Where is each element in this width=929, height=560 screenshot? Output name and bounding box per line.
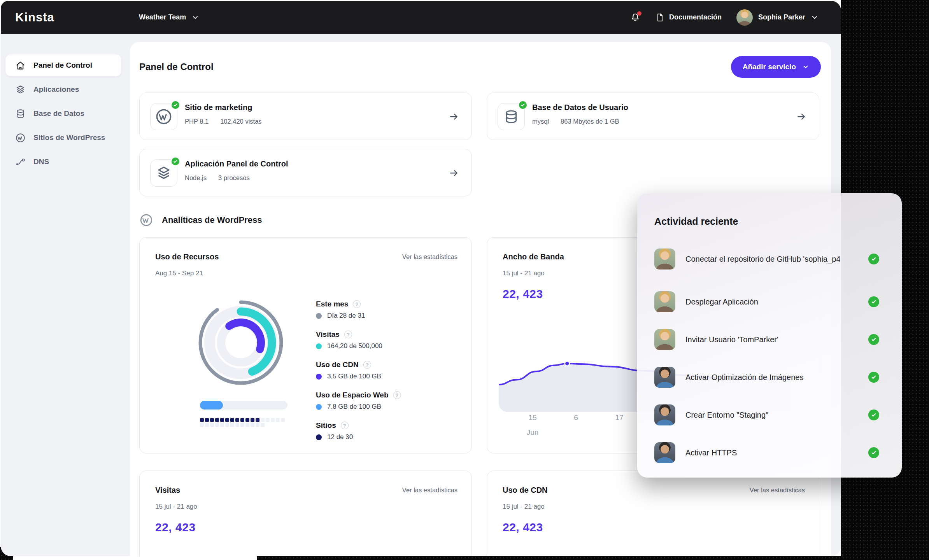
avatar — [654, 329, 675, 350]
site-slot — [261, 423, 265, 427]
legend-dot — [316, 434, 322, 440]
activity-item[interactable]: Activar HTTPS — [654, 439, 886, 467]
activity-label: Activar HTTPS — [685, 447, 737, 458]
activity-item[interactable]: Crear Entorno "Staging" — [654, 401, 886, 429]
user-avatar — [736, 9, 753, 26]
legend-dot — [316, 343, 322, 349]
help-icon[interactable]: ? — [353, 300, 361, 308]
date-range: 15 jul - 21 ago — [503, 503, 545, 511]
team-switcher[interactable]: Weather Team — [139, 13, 199, 21]
status-ok-badge — [171, 100, 180, 110]
arrow-right-icon[interactable] — [449, 112, 459, 123]
site-slot — [220, 418, 224, 422]
x-tick-label: 15 — [528, 413, 536, 422]
recent-activity-title: Actividad reciente — [654, 216, 738, 227]
check-icon — [868, 372, 879, 383]
add-service-label: Añadir servicio — [743, 63, 796, 71]
avatar — [654, 442, 675, 463]
database-icon — [15, 108, 26, 119]
activity-item[interactable]: Activar Optimización de Imágenes — [654, 363, 886, 391]
activity-item[interactable]: Invitar Usuario 'TomParker' — [654, 326, 886, 354]
site-slot — [235, 418, 239, 422]
cdn-card: Uso de CDN Ver las estadísticas 15 jul -… — [487, 471, 819, 556]
service-meta-runtime: mysql — [532, 118, 549, 125]
cdn-total: 22, 423 — [503, 521, 543, 534]
help-icon[interactable]: ? — [363, 361, 371, 369]
service-icon-tile — [150, 103, 177, 130]
service-meta-stat: 102,420 vistas — [220, 118, 261, 125]
check-icon — [868, 334, 879, 345]
sidebar-item-panel-de-control[interactable]: Panel de Control — [5, 54, 121, 76]
date-range: 15 jul - 21 ago — [503, 270, 545, 277]
notifications-button[interactable] — [630, 12, 640, 23]
layers-icon — [15, 84, 26, 95]
activity-label: Activar Optimización de Imágenes — [685, 372, 803, 383]
topbar: Kinsta Weather Team Documentación — [1, 1, 841, 34]
site-slot — [240, 423, 244, 427]
avatar — [654, 404, 675, 425]
site-slot — [251, 423, 254, 427]
sidebar-item-base-de-datos[interactable]: Base de Datos — [5, 103, 121, 124]
layers-icon — [156, 165, 172, 181]
view-stats-link[interactable]: Ver las estadísticas — [750, 486, 805, 494]
home-icon — [15, 60, 26, 71]
help-icon[interactable]: ? — [344, 331, 352, 338]
avatar — [654, 291, 675, 312]
card-title: Ancho de Banda — [503, 252, 564, 261]
check-icon — [868, 410, 879, 420]
site-slot — [215, 423, 219, 427]
sites-usage-squares — [200, 418, 287, 427]
view-stats-link[interactable]: Ver las estadísticas — [402, 253, 457, 261]
date-range: 15 jul - 21 ago — [155, 503, 197, 511]
site-slot — [225, 418, 229, 422]
kinsta-logo: Kinsta — [15, 10, 54, 24]
activity-label: Invitar Usuario 'TomParker' — [685, 334, 778, 345]
sidebar-item-aplicaciones[interactable]: Aplicaciones — [5, 79, 121, 100]
site-slot — [215, 418, 219, 422]
arrow-right-icon[interactable] — [796, 112, 806, 123]
legend-value: Día 28 de 31 — [327, 312, 365, 320]
activity-label: Conectar el repositorio de GitHub 'sophi… — [685, 254, 841, 265]
activity-label: Desplegar Aplicación — [685, 296, 758, 308]
legend-title: Visitas — [316, 330, 340, 339]
x-tick-label: 17 — [615, 413, 623, 422]
site-slot — [200, 418, 204, 422]
add-service-button[interactable]: Añadir servicio — [731, 56, 821, 78]
service-card-dashboard-app[interactable]: Aplicación Panel de Control Node.js 3 pr… — [139, 149, 472, 196]
legend-title: Uso de CDN — [316, 360, 359, 369]
site-slot — [261, 418, 265, 422]
sidebar-item-sitios-de-wordpress[interactable]: Sitios de WordPress — [5, 127, 121, 149]
user-menu[interactable]: Sophia Parker — [736, 9, 819, 26]
service-meta-runtime: PHP 8.1 — [185, 118, 209, 125]
card-title: Visitas — [155, 486, 180, 495]
legend-dot — [316, 374, 322, 380]
sidebar-item-label: Sitios de WordPress — [33, 133, 105, 142]
wordpress-icon — [15, 133, 26, 143]
help-icon[interactable]: ? — [341, 422, 349, 429]
help-icon[interactable]: ? — [393, 391, 401, 399]
site-slot — [266, 418, 270, 422]
chevron-down-icon — [811, 14, 819, 21]
shadow-bottom — [257, 556, 929, 560]
service-meta-runtime: Node.js — [185, 174, 207, 182]
service-name: Base de Datos de Usuario — [532, 103, 628, 112]
sidebar: Panel de ControlAplicacionesBase de Dato… — [1, 34, 131, 556]
documentation-link[interactable]: Documentación — [655, 13, 722, 22]
service-card-marketing-site[interactable]: Sitio de marketing PHP 8.1 102,420 vista… — [139, 93, 472, 140]
team-name: Weather Team — [139, 13, 186, 21]
site-slot — [200, 423, 204, 427]
wordpress-icon — [139, 213, 153, 227]
site-slot — [230, 423, 234, 427]
notification-badge — [637, 11, 642, 16]
service-card-user-database[interactable]: Base de Datos de Usuario mysql 863 Mbyte… — [487, 93, 819, 140]
activity-item[interactable]: Desplegar Aplicación — [654, 288, 886, 316]
service-icon-tile — [150, 159, 177, 187]
activity-item[interactable]: Conectar el repositorio de GitHub 'sophi… — [654, 240, 886, 278]
arrow-right-icon[interactable] — [449, 168, 459, 180]
sidebar-item-dns[interactable]: DNS — [5, 151, 121, 173]
view-stats-link[interactable]: Ver las estadísticas — [402, 486, 457, 494]
site-slot — [225, 423, 229, 427]
activity-label: Crear Entorno "Staging" — [685, 410, 768, 421]
service-meta-stat: 3 procesos — [218, 174, 250, 182]
check-icon — [868, 296, 879, 307]
